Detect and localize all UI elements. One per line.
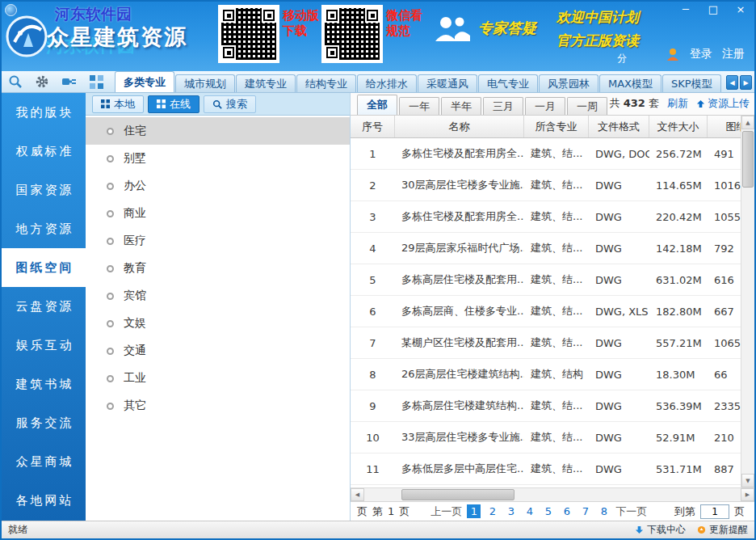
scroll-up-icon[interactable]: ▲ — [741, 116, 754, 129]
grid-icon — [101, 99, 110, 108]
tab-discipline-5[interactable]: 采暖通风 — [418, 74, 477, 92]
sidebar-item-entertainment[interactable]: 娱乐互动 — [2, 326, 86, 365]
sidebar-item-national[interactable]: 国家资源 — [2, 171, 86, 209]
plugin-icon[interactable] — [61, 75, 78, 88]
expert-qa[interactable]: 专家答疑 — [433, 15, 536, 42]
table-row[interactable]: 8 26层高层住宅楼建筑结构... 建筑、结构 DWG 18.30M 66 — [351, 359, 741, 390]
row-name: 30层高层住宅楼多专业施... — [395, 170, 524, 200]
column-header-size[interactable]: 文件大小 — [649, 116, 708, 137]
gear-icon[interactable] — [35, 74, 49, 89]
page-button-7[interactable]: 7 — [578, 504, 592, 518]
tab-discipline-3[interactable]: 结构专业 — [296, 74, 356, 92]
category-item-residential[interactable]: 住宅 — [86, 117, 350, 145]
sidebar-item-websites[interactable]: 各地网站 — [2, 481, 86, 520]
column-header-format[interactable]: 文件格式 — [589, 116, 649, 137]
table-row[interactable]: 11 多栋低层多层中高层住宅... 建筑、结... DWG 531.71M 88… — [351, 454, 741, 485]
sidebar-item-my-section[interactable]: 我的版块 — [2, 93, 86, 132]
table-row[interactable]: 6 多栋高层商、住楼多专业... 建筑、结... DWG, XLS 182.80… — [351, 296, 741, 327]
row-format: DWG — [589, 327, 649, 358]
table-row[interactable]: 3 多栋住宅楼及配套用房全... 建筑、结... DWG 220.42M 105… — [351, 201, 741, 233]
tab-discipline-7[interactable]: 风景园林 — [539, 74, 598, 92]
table-row[interactable]: 1 多栋住宅楼及配套用房全... 建筑、结... DWG, DOC 256.72… — [351, 138, 741, 170]
search-icon[interactable] — [8, 74, 23, 89]
page-button-4[interactable]: 4 — [523, 504, 536, 518]
tab-scroll-right-icon[interactable]: ▶ — [740, 75, 752, 90]
sidebar-item-local[interactable]: 地方资源 — [2, 209, 86, 248]
horizontal-scroll-track[interactable] — [364, 488, 741, 501]
register-link[interactable]: 注册 — [722, 47, 745, 61]
table-row[interactable]: 7 某棚户区住宅楼及配套用... 建筑、结... DWG 557.21M 106… — [351, 327, 741, 359]
maximize-button[interactable]: □ — [706, 2, 720, 17]
column-header-name[interactable]: 名称 — [395, 116, 524, 137]
page-button-5[interactable]: 5 — [541, 504, 555, 518]
minimize-button[interactable]: ─ — [678, 2, 693, 17]
filter-three-months[interactable]: 三月 — [483, 97, 523, 115]
apps-grid-icon[interactable] — [90, 75, 103, 89]
close-button[interactable]: × — [733, 2, 748, 17]
table-row[interactable]: 4 29层高层家乐福时代广场... 建筑、结... DWG 142.18M 79… — [351, 233, 741, 264]
sidebar-item-cloud[interactable]: 云盘资源 — [2, 287, 86, 326]
table-row[interactable]: 5 多栋高层住宅楼及配套用... 建筑、结... DWG 631.02M 616 — [351, 264, 741, 296]
sidebar-item-drawings[interactable]: 图纸空间 — [2, 248, 86, 287]
category-item-other[interactable]: 其它 — [86, 392, 350, 420]
prev-page-button[interactable]: 上一页 — [430, 504, 462, 519]
sidebar-item-services[interactable]: 服务交流 — [2, 403, 86, 442]
upload-link[interactable]: 资源上传 — [696, 96, 750, 111]
tab-discipline-1[interactable]: 城市规划 — [175, 74, 235, 92]
page-button-1[interactable]: 1 — [467, 504, 481, 518]
tab-search[interactable]: 搜索 — [204, 95, 256, 113]
filter-one-year[interactable]: 一年 — [399, 97, 439, 115]
tab-discipline-4[interactable]: 给水排水 — [357, 74, 417, 92]
category-item-commercial[interactable]: 商业 — [86, 200, 350, 227]
vertical-scroll-track[interactable] — [741, 129, 754, 474]
tab-discipline-8[interactable]: MAX模型 — [599, 74, 662, 92]
category-item-medical[interactable]: 医疗 — [86, 227, 350, 255]
horizontal-scrollbar[interactable]: ◀ ▶ — [351, 487, 754, 501]
tab-local[interactable]: 本地 — [92, 95, 144, 113]
update-reminder-button[interactable]: 更新提醒 — [697, 523, 748, 537]
tab-discipline-0[interactable]: 多类专业 — [115, 71, 174, 92]
scroll-down-icon[interactable]: ▼ — [741, 474, 754, 487]
tab-scroll-left-icon[interactable]: ◀ — [726, 75, 738, 90]
vertical-scrollbar[interactable]: ▲ ▼ — [741, 116, 754, 487]
sidebar-item-bookstore[interactable]: 建筑书城 — [2, 365, 86, 403]
row-majors: 建筑、结... — [524, 454, 589, 484]
table-row[interactable]: 9 多栋高层住宅楼建筑结构... 建筑、结... DWG 536.39M 233… — [351, 390, 741, 422]
category-item-hotel[interactable]: 宾馆 — [86, 282, 350, 310]
tab-online[interactable]: 在线 — [148, 95, 200, 113]
download-center-button[interactable]: 下载中心 — [635, 523, 686, 537]
column-header-majors[interactable]: 所含专业 — [524, 116, 589, 137]
page-button-8[interactable]: 8 — [597, 504, 611, 518]
tab-discipline-9[interactable]: SKP模型 — [662, 74, 721, 92]
scroll-left-icon[interactable]: ◀ — [351, 488, 364, 501]
refresh-link[interactable]: 刷新 — [667, 96, 688, 111]
sidebar-item-mall[interactable]: 众星商城 — [2, 442, 86, 481]
column-header-sheets[interactable]: 图纸张数 — [708, 116, 741, 137]
filter-one-month[interactable]: 一月 — [525, 97, 565, 115]
category-item-industrial[interactable]: 工业 — [86, 365, 350, 392]
tab-discipline-6[interactable]: 电气专业 — [478, 74, 538, 92]
table-row[interactable]: 10 33层高层住宅楼多专业施... 建筑、结... DWG 52.91M 21… — [351, 422, 741, 454]
column-header-no[interactable]: 序号 — [351, 116, 395, 137]
scroll-right-icon[interactable]: ▶ — [741, 488, 754, 501]
category-item-villa[interactable]: 别墅 — [86, 145, 350, 172]
filter-half-year[interactable]: 半年 — [441, 97, 481, 115]
filter-one-week[interactable]: 一周 — [567, 97, 607, 115]
sidebar-item-standards[interactable]: 权威标准 — [2, 132, 86, 171]
horizontal-scroll-thumb[interactable] — [401, 489, 514, 500]
category-item-culture[interactable]: 文娱 — [86, 310, 350, 337]
goto-page-input[interactable] — [700, 504, 729, 519]
category-item-education[interactable]: 教育 — [86, 255, 350, 282]
category-item-office[interactable]: 办公 — [86, 172, 350, 200]
vertical-scroll-thumb[interactable] — [742, 131, 754, 188]
filter-all[interactable]: 全部 — [357, 95, 397, 115]
page-button-3[interactable]: 3 — [504, 504, 518, 518]
table-row[interactable]: 2 30层高层住宅楼多专业施... 建筑、结... DWG 114.65M 10… — [351, 170, 741, 201]
login-link[interactable]: 登录 — [690, 47, 712, 61]
site-watermark-top: 河东软件园 — [55, 4, 132, 25]
page-button-2[interactable]: 2 — [485, 504, 499, 518]
category-item-transport[interactable]: 交通 — [86, 337, 350, 365]
next-page-button[interactable]: 下一页 — [615, 504, 647, 519]
page-button-6[interactable]: 6 — [560, 504, 573, 518]
tab-discipline-2[interactable]: 建筑专业 — [236, 74, 296, 92]
